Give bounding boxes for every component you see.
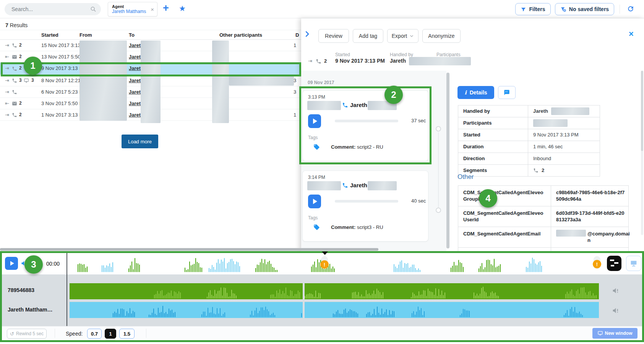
screen-view-button[interactable] bbox=[626, 256, 641, 271]
track-segment[interactable] bbox=[305, 283, 599, 299]
details-tab-label: Details bbox=[470, 89, 487, 96]
other-label: CDM_SegmentCalledAgentEleveoUserId bbox=[463, 210, 547, 223]
new-window-button[interactable]: New window bbox=[592, 328, 638, 339]
agent-filter-chip[interactable]: Agent Jareth Matthams × bbox=[108, 2, 157, 16]
table-header-row: Started From To Other participants D bbox=[0, 30, 301, 40]
email-icon bbox=[12, 101, 17, 106]
playback-time: 00:00 bbox=[46, 261, 60, 267]
col-header-to[interactable]: To bbox=[129, 32, 135, 38]
rewind-label: Rewind 5 sec bbox=[16, 331, 44, 336]
phone-icon bbox=[316, 58, 321, 64]
overview-waveform[interactable] bbox=[78, 256, 552, 272]
waveform-track-caller[interactable] bbox=[70, 283, 599, 299]
participants-label: Participants bbox=[436, 52, 461, 57]
comment-label: Comment: bbox=[331, 144, 355, 150]
playhead-marker-icon[interactable] bbox=[322, 252, 328, 255]
timeline-dot[interactable] bbox=[436, 208, 441, 213]
export-button[interactable]: Export bbox=[387, 29, 419, 43]
waveform-track-agent[interactable] bbox=[70, 302, 599, 318]
add-tag-button[interactable]: Add tag bbox=[353, 29, 383, 43]
inbound-arrow-icon: ⇥ bbox=[308, 58, 312, 64]
speed-1-button[interactable]: 1 bbox=[105, 329, 116, 339]
col-header-other-participants[interactable]: Other participants bbox=[219, 32, 262, 38]
add-filter-button[interactable]: + bbox=[163, 2, 169, 14]
chip-label: Agent bbox=[112, 4, 148, 9]
col-header-started[interactable]: Started bbox=[41, 32, 58, 38]
inbound-arrow-icon: ⇥ bbox=[5, 65, 9, 71]
waveform bbox=[305, 302, 599, 318]
refresh-icon[interactable] bbox=[627, 5, 634, 13]
search-icon bbox=[90, 6, 96, 12]
filters-button[interactable]: Filters bbox=[515, 3, 551, 15]
segment-progress-bar[interactable] bbox=[335, 120, 398, 122]
col-header-from[interactable]: From bbox=[79, 32, 92, 38]
load-more-button[interactable]: Load more bbox=[122, 135, 158, 148]
results-hscrollbar[interactable] bbox=[0, 248, 378, 251]
segment-progress-bar[interactable] bbox=[335, 200, 398, 203]
inbound-arrow-icon: ⇥ bbox=[5, 112, 9, 118]
speed-1.5-button[interactable]: 1.5 bbox=[119, 329, 135, 339]
inbound-arrow-icon: ⇥ bbox=[5, 78, 9, 83]
waveform bbox=[70, 302, 303, 318]
detail-label: Duration bbox=[463, 144, 483, 149]
col-header-duration[interactable]: D bbox=[295, 32, 299, 38]
results-count: 7 Results bbox=[5, 22, 28, 28]
close-panel-icon[interactable]: × bbox=[629, 29, 634, 39]
other-label: CDM_SegmentCalledAgentEmail bbox=[463, 230, 547, 237]
track-segment[interactable] bbox=[70, 302, 303, 318]
header-segment-count: 2 bbox=[324, 58, 327, 64]
segment-play-button[interactable] bbox=[308, 195, 321, 208]
info-icon: i bbox=[464, 89, 466, 96]
detail-row: Segments 2 bbox=[458, 165, 600, 177]
mute-speaker-icon[interactable] bbox=[612, 287, 621, 294]
other-row: CDM_SegmentCalledAgentEleveoUserId 6d03d… bbox=[458, 206, 628, 227]
search-placeholder: Search... bbox=[11, 6, 90, 12]
search-input[interactable]: Search... bbox=[5, 3, 101, 15]
chip-close-icon[interactable]: × bbox=[151, 6, 154, 13]
volume-icon[interactable] bbox=[21, 260, 28, 266]
detail-row: Handled by Jareth bbox=[458, 105, 600, 117]
track-segment[interactable] bbox=[70, 283, 303, 299]
comments-tab-button[interactable] bbox=[498, 86, 516, 99]
segment-play-button[interactable] bbox=[308, 114, 321, 128]
segments-view-button[interactable] bbox=[607, 256, 621, 271]
review-button[interactable]: Review bbox=[318, 29, 349, 43]
segment-count: 2 bbox=[19, 101, 22, 106]
tracks-area: 789546883 Jareth Mattham… bbox=[2, 274, 642, 326]
tag-icon bbox=[313, 224, 320, 230]
panel-scrollbar[interactable] bbox=[641, 71, 643, 235]
saved-filters-label: No saved filters bbox=[569, 6, 609, 12]
outbound-arrow-icon: ⇤ bbox=[5, 101, 9, 106]
cell-duration: 1 bbox=[294, 112, 296, 118]
speed-value: 0.7 bbox=[91, 331, 98, 337]
segment-count: 2 bbox=[19, 42, 22, 48]
favorite-star-button[interactable]: ★ bbox=[179, 4, 186, 13]
phone-icon bbox=[342, 182, 348, 188]
segments-scrollbar[interactable] bbox=[446, 73, 449, 248]
rewind-button[interactable]: ↺ Rewind 5 sec bbox=[7, 329, 47, 339]
speed-label: Speed: bbox=[66, 331, 83, 337]
segment-card: 3:13 PM Jareth 37 sec Tags Comment: scri… bbox=[302, 90, 428, 161]
anonymize-button[interactable]: Anonymize bbox=[422, 29, 461, 43]
collapse-chevron-icon[interactable] bbox=[304, 31, 311, 37]
track-segment[interactable] bbox=[305, 302, 599, 318]
mute-speaker-icon[interactable] bbox=[612, 307, 621, 314]
warning-marker-icon[interactable]: ! bbox=[593, 260, 601, 268]
header-started-value: 9 Nov 2017 3:13 PM bbox=[335, 58, 385, 64]
player-play-button[interactable] bbox=[5, 257, 18, 270]
segment-count: 2 bbox=[19, 54, 22, 59]
other-row: CDM_SegmentCalledAgentEleveoGroupId c98b… bbox=[458, 186, 628, 206]
warning-marker-icon[interactable]: ! bbox=[320, 260, 329, 269]
review-label: Review bbox=[325, 33, 342, 39]
rewind-icon: ↺ bbox=[10, 331, 14, 337]
playhead-line[interactable] bbox=[67, 253, 67, 326]
speed-value: 1 bbox=[109, 331, 112, 337]
saved-filters-button[interactable]: No saved filters bbox=[555, 3, 614, 15]
other-value: c98b69af-7985-46e6-b18e-2f7509dc964a bbox=[556, 189, 625, 202]
speed-0.7-button[interactable]: 0.7 bbox=[87, 329, 102, 339]
panel-scrollbar-thumb[interactable] bbox=[641, 71, 643, 151]
redacted-header-names bbox=[409, 57, 471, 65]
details-tab-button[interactable]: i Details bbox=[457, 86, 494, 99]
timeline-dot[interactable] bbox=[436, 126, 441, 131]
new-window-icon bbox=[598, 331, 603, 336]
